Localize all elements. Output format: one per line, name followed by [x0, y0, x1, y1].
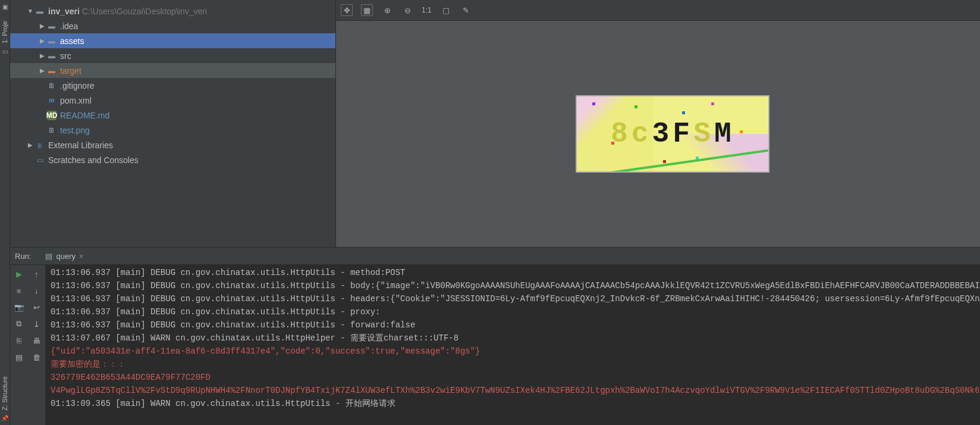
library-icon: ⫼: [35, 140, 45, 150]
log-line: 01:13:07.067 [main] WARN cn.gov.chinatax…: [51, 332, 980, 345]
log-line: 01:13:06.937 [main] DEBUG cn.gov.chinata…: [51, 305, 980, 318]
color-picker-icon[interactable]: ✎: [460, 4, 472, 16]
tree-item-gitignore[interactable]: 🗎.gitignore: [10, 78, 335, 93]
left-tool-gutter: ▣ 1: Proje ▭ Z: Structure 📌: [0, 0, 10, 425]
tree-item-idea[interactable]: ▶▬.idea: [10, 18, 335, 33]
layout-icon[interactable]: ⧉: [14, 318, 24, 329]
tree-item-label: src: [60, 51, 71, 61]
bounds-icon[interactable]: ▢: [440, 4, 452, 16]
grid-icon[interactable]: ▦: [361, 4, 373, 16]
markdown-icon: MD: [47, 111, 56, 120]
maven-icon: m: [47, 96, 56, 105]
captcha-char: 3F: [652, 118, 694, 150]
up-icon[interactable]: ↑: [31, 268, 42, 279]
trash-icon[interactable]: 🗑: [31, 352, 42, 362]
tree-item-label: pom.xml: [60, 96, 92, 105]
run-icon[interactable]: ▶: [14, 268, 24, 279]
chevron-right-icon[interactable]: ▶: [39, 23, 46, 29]
zoom-in-icon[interactable]: ⊕: [381, 4, 393, 16]
zoom-out-icon[interactable]: ⊖: [401, 4, 413, 16]
tree-item-assets[interactable]: ▶▬assets: [10, 33, 335, 48]
console-gutter: ▶↑ ■↓ 📷↩ ⧉⤓ ⎘🖶 ▤🗑: [10, 265, 46, 425]
log-line: 01:13:06.937 [main] DEBUG cn.gov.chinata…: [51, 292, 980, 305]
console-output[interactable]: 01:13:06.937 [main] DEBUG cn.gov.chinata…: [46, 265, 980, 425]
captcha-char: S: [693, 118, 714, 150]
tree-root-name: inv_veri: [48, 7, 80, 16]
tree-item-label: .gitignore: [60, 81, 95, 90]
tree-item-label: .idea: [60, 21, 78, 31]
console-area: ▶↑ ■↓ 📷↩ ⧉⤓ ⎘🖶 ▤🗑 01:13:06.937 [main] DE…: [10, 265, 980, 425]
stack-icon[interactable]: ▤: [14, 352, 24, 362]
pin-icon[interactable]: 📌: [1, 415, 8, 421]
project-tree-panel: ▼ ▬ inv_veri C:\Users\Gouzai\Desktop\inv…: [10, 0, 336, 247]
folder-icon: ▬: [47, 36, 56, 46]
camera-icon[interactable]: 📷: [14, 302, 24, 312]
image-viewer-panel: ✥ ▦ ⊕ ⊖ 1:1 ▢ ✎: [336, 0, 980, 247]
log-line: 需要加密的是：：：: [51, 358, 980, 371]
tree-item-label: External Libraries: [48, 140, 113, 150]
file-icon: 🗎: [47, 81, 56, 90]
stop-icon[interactable]: ■: [14, 285, 24, 296]
print-icon[interactable]: 🖶: [31, 335, 42, 346]
captcha-char: M: [714, 118, 735, 150]
tree-item-label: target: [60, 66, 81, 76]
down-icon[interactable]: ↓: [31, 285, 42, 296]
chevron-right-icon[interactable]: ▶: [27, 142, 34, 148]
tree-item-label: README.md: [60, 111, 109, 120]
folder-icon: ▬: [47, 51, 56, 61]
tree-scratches[interactable]: ▭ Scratches and Consoles: [10, 152, 335, 167]
tree-external-libraries[interactable]: ▶ ⫼ External Libraries: [10, 138, 335, 152]
chevron-right-icon[interactable]: ▶: [39, 67, 46, 74]
folder-icon[interactable]: ▭: [2, 48, 8, 55]
tree-item-label: assets: [60, 36, 84, 46]
wrap-icon[interactable]: ↩: [31, 302, 42, 312]
captcha-image: 8c3FSM: [576, 95, 769, 173]
tree-item-READMEmd[interactable]: MDREADME.md: [10, 108, 335, 123]
structure-sidetab[interactable]: Z: Structure: [0, 374, 10, 412]
viewer-toolbar: ✥ ▦ ⊕ ⊖ 1:1 ▢ ✎: [336, 0, 980, 21]
log-line: 326779E462B653A44DC9EA79F77C20FD: [51, 371, 980, 384]
one-to-one-button[interactable]: 1:1: [422, 4, 432, 16]
run-tab-label: query: [56, 252, 76, 261]
log-line: {"uid":"a503431e-aff4-11ea-8af6-c8d3ff43…: [51, 345, 980, 358]
tree-item-target[interactable]: ▶▬target: [10, 63, 335, 78]
captcha-char: 8c: [611, 118, 652, 150]
tree-root-path: C:\Users\Gouzai\Desktop\inv_veri: [82, 7, 207, 16]
scratches-icon: ▭: [35, 155, 45, 165]
exit-icon[interactable]: ⎘: [14, 335, 24, 346]
chevron-right-icon[interactable]: ▶: [39, 38, 46, 44]
project-sidetab[interactable]: 1: Proje: [0, 18, 10, 46]
tree-root[interactable]: ▼ ▬ inv_veri C:\Users\Gouzai\Desktop\inv…: [10, 4, 335, 18]
fit-icon[interactable]: ✥: [341, 4, 353, 16]
run-tab-query[interactable]: ▤ query ×: [40, 249, 88, 263]
log-line: 01:13:06.937 [main] DEBUG cn.gov.chinata…: [51, 266, 980, 279]
tree-item-src[interactable]: ▶▬src: [10, 48, 335, 63]
log-line: V4PwglLGp8Z5TqCllV%2FvStD9q9RUpNHWH4%2FN…: [51, 384, 980, 397]
log-line: 01:13:06.937 [main] DEBUG cn.gov.chinata…: [51, 318, 980, 332]
file-icon: 🗎: [47, 126, 56, 135]
run-tool-header: Run: ▤ query × ⚙ —: [10, 247, 980, 265]
viewer-canvas[interactable]: 8c3FSM: [336, 21, 980, 247]
log-line: 01:13:09.365 [main] WARN cn.gov.chinatax…: [51, 397, 980, 410]
tree-item-testpng[interactable]: 🗎test.png: [10, 123, 335, 138]
tree-item-label: test.png: [60, 126, 90, 135]
chevron-right-icon[interactable]: ▶: [39, 52, 46, 59]
close-icon[interactable]: ×: [79, 252, 84, 261]
log-line: 01:13:06.937 [main] DEBUG cn.gov.chinata…: [51, 279, 980, 292]
tree-item-label: Scratches and Consoles: [48, 155, 139, 165]
scroll-icon[interactable]: ⤓: [31, 318, 42, 329]
run-title: Run:: [15, 252, 31, 261]
tree-item-pomxml[interactable]: mpom.xml: [10, 93, 335, 108]
generic-icon[interactable]: ▣: [2, 4, 8, 10]
run-config-icon: ▤: [45, 252, 52, 261]
folder-icon: ▬: [35, 7, 45, 16]
folder-icon: ▬: [47, 21, 56, 31]
folder-icon: ▬: [47, 66, 56, 76]
chevron-down-icon[interactable]: ▼: [27, 8, 34, 14]
